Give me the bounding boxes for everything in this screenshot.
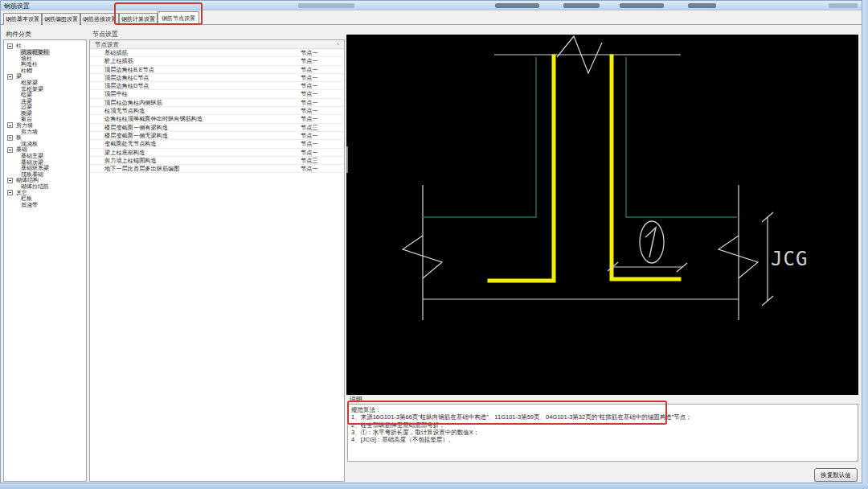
tree-item[interactable]: 剪力墙 [4, 128, 86, 134]
node-name: 楼层变截面一侧无梁构造 [104, 132, 168, 140]
tree-item[interactable]: 砌体拉结筋 [4, 183, 86, 190]
node-row[interactable]: 基础插筋 节点一 [90, 49, 344, 57]
node-row[interactable]: 顶层边角柱D节点 节点一 [90, 82, 344, 90]
tree-item-label: 后浇带 [20, 202, 39, 208]
node-value-dropdown[interactable]: 节点一 [301, 149, 318, 157]
collapse-minus-icon[interactable] [7, 147, 13, 153]
collapse-minus-icon[interactable] [7, 74, 13, 80]
tree-item[interactable]: 墙柱 [4, 55, 86, 61]
tree-item[interactable]: 基础次梁 [4, 158, 86, 165]
tree-item[interactable]: 梁 [4, 73, 86, 80]
node-value-dropdown[interactable]: 节点三 [301, 124, 318, 132]
detail-bubble-number [645, 228, 656, 257]
tree-item[interactable]: 圈梁 [4, 110, 86, 117]
tree-item[interactable]: 基础联系梁 [4, 165, 86, 171]
node-value-dropdown[interactable]: 节点一 [301, 115, 318, 123]
tree-item[interactable]: 基础 [4, 146, 86, 153]
node-value-dropdown[interactable]: 节点一 [301, 74, 318, 82]
node-value-dropdown[interactable]: 节点一 [301, 107, 318, 115]
node-value-dropdown[interactable]: 节点一 [301, 99, 318, 107]
note-line: 4、[JCG]：基础高度（不包括垫层）。 [351, 436, 854, 443]
collapse-minus-icon[interactable] [7, 43, 13, 49]
component-tree: 柱抗震框架柱墙柱构造柱柱帽梁框架梁非框架梁暗梁连梁过梁圈梁窗台剪力墙剪力墙板现浇… [3, 39, 87, 482]
node-value-dropdown[interactable]: 节点一 [301, 140, 318, 148]
node-row[interactable]: 顶层边角柱C节点 节点一 [90, 74, 344, 82]
tree-item[interactable]: 其它 [4, 189, 86, 195]
node-row[interactable]: 顶层中柱 节点一 [90, 90, 344, 98]
node-row[interactable]: 梁上柱底部构造 节点一 [90, 149, 344, 157]
node-value-dropdown[interactable]: 节点一 [301, 90, 318, 98]
restore-defaults-button[interactable]: 恢复默认值 [814, 468, 858, 482]
tree-item[interactable]: 柱 [4, 43, 86, 49]
tree-item[interactable]: 后浇带 [4, 201, 86, 208]
tab-rebar-calc-settings[interactable]: 钢筋计算设置 [119, 13, 158, 25]
titlebar-background-artifact [563, 3, 600, 8]
window-bottom-border [0, 483, 868, 489]
node-row[interactable]: 地下一层比首层多出纵筋编图 节点一 [90, 165, 344, 173]
node-row[interactable]: 楼层变截面一侧无梁构造 节点一 [90, 132, 344, 140]
note-line: 1、来源16G101-3第66页“柱纵向钢筋在基础中构造”、11G101-3第5… [351, 413, 854, 421]
note-line: 3、①：水平弯折长度，取计算设置中的数值X； [351, 429, 854, 436]
tree-item[interactable]: 栏板 [4, 195, 86, 202]
titlebar-background-artifact [495, 3, 539, 8]
collapse-minus-icon[interactable] [7, 190, 13, 195]
note-line: 2、柱全部纵筋伸至基础底部弯折； [351, 421, 854, 429]
note-text-box: 规范算法：1、来源16G101-3第66页“柱纵向钢筋在基础中构造”、11G10… [347, 404, 858, 462]
tab-rebar-drawing-settings[interactable]: 钢筋编图设置 [42, 13, 80, 25]
tree-item[interactable]: 板 [4, 134, 86, 141]
node-value-dropdown[interactable]: 节点一 [301, 82, 318, 90]
tree-item[interactable]: 窗台 [4, 116, 86, 122]
node-name: 地下一层比首层多出纵筋编图 [104, 165, 179, 173]
note-header: 说明 [350, 395, 362, 404]
node-value-dropdown[interactable]: 节点一 [301, 66, 318, 74]
window-title: 钢筋设置 [4, 2, 30, 10]
node-row[interactable]: 变截面处无节点构造 节点一 [90, 140, 344, 148]
titlebar-background-artifact [620, 3, 664, 8]
title-bar: 钢筋设置 [1, 1, 862, 10]
detail-bubble-icon [640, 221, 664, 263]
tree-item[interactable]: 框架梁 [4, 80, 86, 86]
rebar-lines [489, 56, 679, 281]
tree-item[interactable]: 柱帽 [4, 67, 86, 73]
node-row[interactable]: 剪力墙上柱锚固构造 节点三 [90, 157, 344, 165]
node-name: 顶层中柱 [104, 90, 128, 98]
node-name: 剪力墙上柱锚固构造 [104, 157, 157, 165]
node-row[interactable]: 顶层边角柱B,E节点 节点一 [90, 66, 344, 74]
tree-item[interactable]: 筏板基础 [4, 171, 86, 177]
collapse-icon[interactable]: ^ [337, 40, 339, 49]
node-row[interactable]: 边角柱柱顶等截面伸出时纵向钢筋构造 节点一 [90, 115, 344, 123]
component-tree-header: 构件分类 [6, 30, 31, 39]
node-value-dropdown[interactable]: 节点一 [301, 49, 318, 57]
rebar-settings-dialog: 钢筋设置 钢筋基本设置钢筋编图设置钢筋搭接设置钢筋计算设置钢筋节点设置 构件分类… [0, 0, 862, 483]
tree-item[interactable]: 过梁 [4, 104, 86, 110]
tree-item[interactable]: 抗震框架柱 [4, 49, 86, 55]
tree-item[interactable]: 基础主梁 [4, 153, 86, 159]
node-row[interactable]: 楼层变截面一侧有梁构造 节点三 [90, 124, 344, 132]
collapse-minus-icon[interactable] [7, 122, 13, 128]
node-settings-group-header: 节点设置 ^ [90, 40, 344, 49]
node-value-dropdown[interactable]: 节点一 [301, 57, 318, 65]
node-row[interactable]: 桩上柱插筋 节点一 [90, 57, 344, 65]
tree-item[interactable]: 非框架梁 [4, 85, 86, 92]
tab-rebar-lap-settings[interactable]: 钢筋搭接设置 [80, 13, 119, 25]
collapse-minus-icon[interactable] [7, 135, 13, 141]
collapse-minus-icon[interactable] [7, 178, 13, 183]
tree-item[interactable]: 连梁 [4, 97, 86, 104]
tree-item[interactable]: 砌体结构 [4, 177, 86, 183]
node-name: 楼层变截面一侧有梁构造 [104, 124, 168, 132]
tree-item[interactable]: 构造柱 [4, 61, 86, 68]
node-value-dropdown[interactable]: 节点一 [301, 132, 318, 140]
tab-rebar-basic-settings[interactable]: 钢筋基本设置 [3, 13, 42, 25]
tree-item[interactable]: 暗梁 [4, 92, 86, 98]
node-name: 边角柱柱顶等截面伸出时纵向钢筋构造 [104, 115, 203, 123]
node-value-dropdown[interactable]: 节点一 [301, 165, 318, 173]
dim-jcg-label: JCG [771, 248, 808, 270]
node-value-dropdown[interactable]: 节点三 [301, 157, 318, 165]
titlebar-background-artifact [688, 3, 716, 8]
tree-item[interactable]: 现浇板 [4, 141, 86, 147]
window-right-border [862, 0, 868, 483]
tree-item[interactable]: 剪力墙 [4, 122, 86, 129]
node-row[interactable]: 顶层柱边角柱内侧纵筋 节点一 [90, 99, 344, 107]
tab-rebar-node-settings[interactable]: 钢筋节点设置 [158, 11, 199, 25]
node-row[interactable]: 柱顶无节点构造 节点一 [90, 107, 344, 115]
